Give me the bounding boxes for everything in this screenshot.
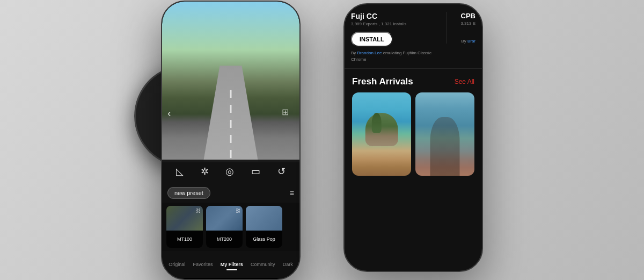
preview-card-girl[interactable]: [415, 92, 474, 176]
crop-tool-icon[interactable]: ◺: [176, 166, 184, 177]
left-phone-frame: ‹ ⊞ ◺ ✲ ◎ ▭ ↺ new preset ≡: [161, 1, 301, 280]
history-icon[interactable]: ↺: [277, 166, 286, 177]
filter-label-glasspop: Glass Pop: [246, 231, 282, 247]
right-phone: Fuji CC 3,989 Exports , 1,321 Installs I…: [338, 3, 499, 272]
list-icon[interactable]: ≡: [290, 189, 294, 197]
filter-label-mt100: MT100: [166, 231, 203, 247]
tab-favorites[interactable]: Favorites: [189, 260, 216, 269]
link-icon-mt200: ⛓: [236, 208, 240, 213]
filter-thumbnails: ⛓ MT100 ⛓ MT200 Glass Pop: [162, 203, 299, 251]
app-author-info: By Brandon Lee emulating Fujifilm Classi…: [351, 50, 441, 63]
effects-icon[interactable]: ✲: [201, 166, 209, 177]
cpb-author-name: Brar: [467, 39, 475, 44]
app-name-fuji: Fuji CC: [351, 12, 377, 20]
install-button[interactable]: INSTALL: [351, 32, 393, 47]
figure-silhouette: [430, 117, 460, 176]
new-preset-button[interactable]: new preset: [167, 187, 210, 199]
cpb-stats: 3,313 E: [451, 21, 475, 26]
back-button[interactable]: ‹: [167, 107, 171, 119]
right-phone-screen: Fuji CC 3,989 Exports , 1,321 Installs I…: [345, 4, 482, 271]
cpb-label: CPB: [451, 12, 475, 20]
preview-card-island[interactable]: [352, 92, 411, 176]
island-shape: [365, 113, 398, 146]
island-photo: [352, 92, 411, 176]
see-all-button[interactable]: See All: [455, 78, 474, 85]
filter-thumb-mt200[interactable]: ⛓ MT200: [206, 206, 243, 248]
fresh-arrivals-title: Fresh Arrivals: [352, 76, 413, 87]
girl-photo: [415, 92, 474, 176]
filter-thumb-glasspop-image: [246, 206, 282, 231]
left-phone-screen: ‹ ⊞ ◺ ✲ ◎ ▭ ↺ new preset ≡: [162, 2, 299, 279]
timer-icon[interactable]: ◎: [225, 166, 234, 177]
link-icon-mt100: ⛓: [196, 208, 201, 213]
filter-thumb-mt100[interactable]: ⛓ MT100: [166, 206, 203, 248]
filter-thumb-glasspop[interactable]: Glass Pop: [246, 206, 282, 248]
tab-myfilters[interactable]: My Filters: [217, 260, 246, 269]
preview-grid: [352, 92, 474, 176]
cpb-section: CPB 3,313 E By Brar: [446, 12, 475, 44]
app-stats: 3,989 Exports , 1,321 Installs: [351, 21, 441, 26]
left-phone: ‹ ⊞ ◺ ✲ ◎ ▭ ↺ new preset ≡: [145, 1, 306, 281]
toolbar-icons: ◺ ✲ ◎ ▭ ↺: [162, 160, 299, 183]
tab-dark[interactable]: Dark: [280, 260, 296, 269]
preset-row: new preset ≡: [162, 183, 299, 203]
section-header: Fresh Arrivals See All: [352, 76, 474, 87]
crop-icon[interactable]: ⊞: [282, 107, 289, 117]
tab-original[interactable]: Original: [165, 260, 188, 269]
layers-icon[interactable]: ▭: [251, 166, 260, 177]
fresh-arrivals-section: Fresh Arrivals See All: [345, 69, 482, 181]
tab-bar: Original Favorites My Filters Community …: [162, 251, 299, 278]
app-listing-header: Fuji CC 3,989 Exports , 1,321 Installs I…: [345, 4, 482, 69]
cpb-author: By Brar: [451, 39, 475, 44]
filter-label-mt200: MT200: [206, 231, 243, 247]
tab-community[interactable]: Community: [247, 260, 279, 269]
author-name: Brandon Lee: [357, 51, 382, 55]
road-photo: [162, 2, 299, 162]
phones-container: ‹ ⊞ ◺ ✲ ◎ ▭ ↺ new preset ≡: [0, 0, 644, 280]
fuji-cc-section: Fuji CC 3,989 Exports , 1,321 Installs I…: [351, 12, 441, 63]
right-phone-frame: Fuji CC 3,989 Exports , 1,321 Installs I…: [343, 3, 483, 272]
